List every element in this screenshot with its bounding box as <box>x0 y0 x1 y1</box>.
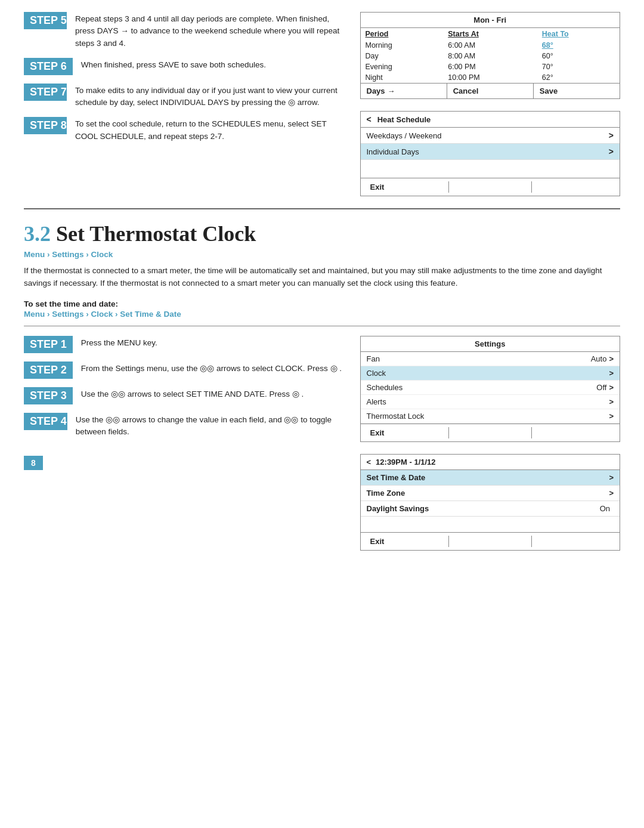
alerts-row[interactable]: Alerts > <box>361 395 620 409</box>
time-zone-label: Time Zone <box>367 489 606 498</box>
individual-days-label: Individual Days <box>367 147 609 156</box>
bottom-steps: STEP 1 Press the MENU key. STEP 2 From t… <box>24 336 342 551</box>
days-button[interactable]: Days → <box>361 84 447 98</box>
col-starts-at: Starts At <box>443 28 537 40</box>
bottom-panels: Settings Fan Auto > Clock > Schedules Of… <box>360 336 621 551</box>
mon-fri-panel: Mon - Fri Period Starts At Heat To Morni… <box>360 12 621 99</box>
alerts-arrow-icon: > <box>609 397 614 406</box>
table-row: Night 10:00 PM 62° <box>361 72 620 83</box>
schedules-value: Off <box>596 383 606 392</box>
fan-arrow-icon: > <box>609 354 614 363</box>
settings-footer-2 <box>449 427 532 438</box>
heat-day: 60° <box>537 51 620 61</box>
table-row: Morning 6:00 AM 68° <box>361 40 620 51</box>
section-heading-area: 3.2 Set Thermostat Clock Menu › Settings… <box>24 221 620 319</box>
clock-back-arrow-icon[interactable]: < <box>367 458 371 466</box>
page: STEP 5 Repeat steps 3 and 4 until all da… <box>0 0 644 569</box>
clock-panel-title: < 12:39PM - 1/1/12 <box>361 455 620 470</box>
starts-day: 8:00 AM <box>443 51 537 61</box>
clock-exit-button[interactable]: Exit <box>367 536 450 547</box>
weekdays-weekend-row[interactable]: Weekdays / Weekend > <box>361 128 620 144</box>
step-b4-badge: STEP 4 <box>24 413 67 430</box>
step-b4-text: Use the ◎◎ arrows to change the value in… <box>76 413 342 438</box>
fan-label: Fan <box>367 354 591 363</box>
step-b1-text: Press the MENU key. <box>81 336 157 349</box>
bottom-section: STEP 1 Press the MENU key. STEP 2 From t… <box>24 336 620 551</box>
sub-line2: Menu › Settings › Clock › Set Time & Dat… <box>24 310 620 319</box>
step-6-badge: STEP 6 <box>24 58 73 75</box>
period-evening: Evening <box>361 61 444 72</box>
heat-evening: 70° <box>537 61 620 72</box>
section-description: If the thermostat is connected to a smar… <box>24 265 620 290</box>
daylight-savings-value: On <box>600 504 610 513</box>
clock-row[interactable]: Clock > <box>361 366 620 381</box>
starts-night: 10:00 PM <box>443 72 537 83</box>
section-main-heading: 3.2 Set Thermostat Clock <box>24 221 620 246</box>
weekdays-weekend-label: Weekdays / Weekend <box>367 131 609 140</box>
cancel-button[interactable]: Cancel <box>447 84 534 98</box>
period-morning: Morning <box>361 40 444 51</box>
step-b3-text: Use the ◎◎ arrows to select SET TIME AND… <box>81 387 304 400</box>
heading-num: 3.2 <box>24 222 51 246</box>
clock-spacer <box>361 517 620 532</box>
col-period: Period <box>361 28 444 40</box>
back-arrow-icon[interactable]: < <box>367 115 371 124</box>
separator-line <box>24 326 620 326</box>
sub-instruction: To set the time and date: Menu › Setting… <box>24 299 620 319</box>
step-row-b2: STEP 2 From the Settings menu, use the ◎… <box>24 362 342 379</box>
thermostat-lock-label: Thermostat Lock <box>367 412 607 421</box>
period-day: Day <box>361 51 444 61</box>
clock-time-label: 12:39PM - 1/1/12 <box>376 458 435 466</box>
settings-title: Settings <box>361 336 620 352</box>
mon-fri-footer: Days → Cancel Save <box>361 83 620 98</box>
step-row-7: STEP 7 To make edits to any individual d… <box>24 84 342 109</box>
individual-days-row[interactable]: Individual Days > <box>361 144 620 160</box>
step-8-badge: STEP 8 <box>24 117 67 134</box>
clock-panel: < 12:39PM - 1/1/12 Set Time & Date > Tim… <box>360 454 621 551</box>
set-time-date-arrow-icon: > <box>609 473 614 482</box>
fan-row[interactable]: Fan Auto > <box>361 352 620 366</box>
days-arrow-icon: → <box>388 86 395 95</box>
time-zone-row[interactable]: Time Zone > <box>361 486 620 501</box>
set-time-date-label: Set Time & Date <box>367 473 606 482</box>
mon-fri-title: Mon - Fri <box>361 13 620 28</box>
step-row-b3: STEP 3 Use the ◎◎ arrows to select SET T… <box>24 387 342 404</box>
step-7-badge: STEP 7 <box>24 84 67 101</box>
step-7-text: To make edits to any individual day or i… <box>75 84 342 109</box>
fan-value: Auto <box>591 354 607 363</box>
settings-footer-3 <box>532 427 614 438</box>
starts-evening: 6:00 PM <box>443 61 537 72</box>
schedules-row[interactable]: Schedules Off > <box>361 381 620 395</box>
step-b3-badge: STEP 3 <box>24 387 73 404</box>
clock-arrow-icon: > <box>609 369 614 378</box>
hs-footer-2 <box>449 181 532 193</box>
exit-button[interactable]: Exit <box>367 181 450 193</box>
clock-footer-2 <box>449 536 532 547</box>
page-number-area: 8 <box>24 456 342 470</box>
thermostat-lock-arrow-icon: > <box>609 412 614 421</box>
spacer <box>361 160 620 178</box>
set-time-date-row[interactable]: Set Time & Date > <box>361 470 620 486</box>
weekdays-weekend-arrow: > <box>609 131 614 140</box>
thermostat-lock-row[interactable]: Thermostat Lock > <box>361 409 620 424</box>
step-b2-badge: STEP 2 <box>24 362 73 379</box>
sub-line1: To set the time and date: <box>24 299 620 308</box>
save-button[interactable]: Save <box>534 84 620 98</box>
clock-footer-3 <box>532 536 614 547</box>
days-label: Days <box>367 86 385 95</box>
clock-label: Clock <box>367 369 607 378</box>
starts-morning: 6:00 AM <box>443 40 537 51</box>
step-row-b1: STEP 1 Press the MENU key. <box>24 336 342 353</box>
step-row-5: STEP 5 Repeat steps 3 and 4 until all da… <box>24 12 342 50</box>
daylight-savings-row[interactable]: Daylight Savings On <box>361 501 620 517</box>
col-heat-to: Heat To <box>537 28 620 40</box>
step-b1-badge: STEP 1 <box>24 336 73 353</box>
step-8-text: To set the cool schedule, return to the … <box>75 117 342 143</box>
step-6-text: When finished, press SAVE to save both s… <box>81 58 266 71</box>
step-5-badge: STEP 5 <box>24 12 67 29</box>
settings-footer: Exit <box>361 424 620 441</box>
schedules-label: Schedules <box>367 383 597 392</box>
schedules-arrow-icon: > <box>609 383 614 392</box>
settings-exit-button[interactable]: Exit <box>367 427 450 438</box>
heat-schedule-panel: < Heat Schedule Weekdays / Weekend > Ind… <box>360 111 621 196</box>
